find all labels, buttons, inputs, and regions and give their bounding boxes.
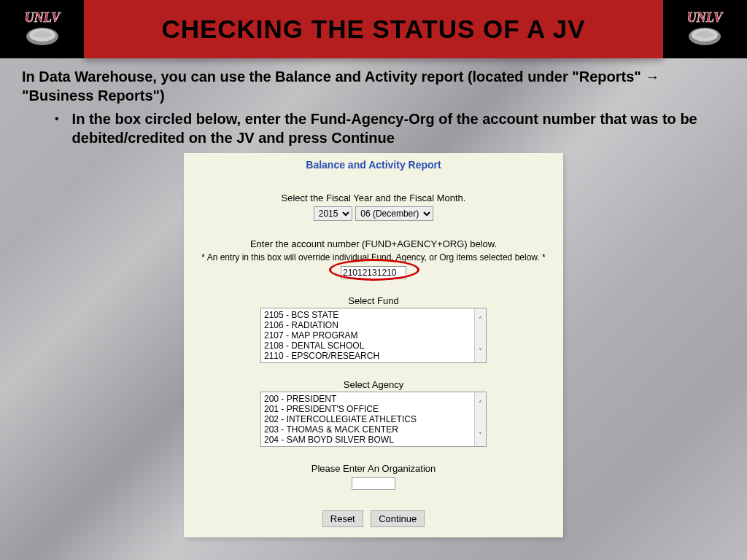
agency-listbox[interactable]: 200 - PRESIDENT 201 - PRESIDENT'S OFFICE… <box>260 392 487 447</box>
intro-text: In Data Warehouse, you can use the Balan… <box>0 58 747 105</box>
list-item[interactable]: 201 - PRESIDENT'S OFFICE <box>264 404 473 414</box>
chevron-down-icon[interactable]: ˅ <box>479 347 482 355</box>
list-item[interactable]: 2106 - RADIATION <box>264 320 473 330</box>
fiscal-year-select[interactable]: 2015 <box>314 206 352 221</box>
bullet-dot: • <box>55 109 59 128</box>
organization-label: Please Enter An Organization <box>191 463 556 474</box>
intro-post: "Business Reports") <box>22 88 165 104</box>
unlv-logo-left: UNLV <box>10 6 74 52</box>
select-fy-line: Select the Fiscal Year and the Fiscal Mo… <box>191 192 556 203</box>
fund-scrollbar[interactable]: ˄ ˅ <box>474 308 486 362</box>
account-override-hint: * An entry in this box will override ind… <box>191 252 556 262</box>
svg-text:UNLV: UNLV <box>687 10 724 25</box>
list-item[interactable]: 203 - THOMAS & MACK CENTER <box>264 424 473 435</box>
title-band: CHECKING THE STATUS OF A JV <box>84 0 663 58</box>
list-item[interactable]: 202 - INTERCOLLEGIATE ATHLETICS <box>264 414 473 424</box>
unlv-logo-right: UNLV <box>673 6 737 52</box>
continue-button[interactable]: Continue <box>371 510 425 527</box>
intro-pre: In Data Warehouse, you can use the Balan… <box>22 69 645 85</box>
fiscal-month-select[interactable]: 06 (December) <box>355 206 433 221</box>
bullet-block: • In the box circled below, enter the Fu… <box>0 105 747 147</box>
list-item[interactable]: 2107 - MAP PROGRAM <box>264 330 473 341</box>
list-item[interactable]: 2108 - DENTAL SCHOOL <box>264 341 473 351</box>
chevron-up-icon[interactable]: ˄ <box>479 316 482 324</box>
list-item[interactable]: 2105 - BCS STATE <box>264 310 473 320</box>
list-item[interactable]: 204 - SAM BOYD SILVER BOWL <box>264 435 473 445</box>
report-panel: Balance and Activity Report Select the F… <box>184 153 563 537</box>
slide-header: UNLV CHECKING THE STATUS OF A JV UNLV <box>0 0 747 58</box>
account-number-input[interactable] <box>341 266 406 279</box>
report-title: Balance and Activity Report <box>191 159 556 171</box>
slide-title: CHECKING THE STATUS OF A JV <box>161 15 585 44</box>
chevron-down-icon[interactable]: ˅ <box>479 431 482 439</box>
organization-input[interactable] <box>352 477 395 490</box>
bullet-text: In the box circled below, enter the Fund… <box>72 109 725 147</box>
chevron-up-icon[interactable]: ˄ <box>479 400 482 408</box>
agency-scrollbar[interactable]: ˄ ˅ <box>474 392 486 446</box>
reset-button[interactable]: Reset <box>322 510 363 527</box>
select-agency-label: Select Agency <box>191 379 556 390</box>
arrow-icon: → <box>645 69 659 85</box>
svg-text:UNLV: UNLV <box>25 10 61 25</box>
account-number-line: Enter the account number (FUND+AGENCY+OR… <box>191 238 556 249</box>
list-item[interactable]: 200 - PRESIDENT <box>264 394 473 404</box>
select-fund-label: Select Fund <box>191 295 556 306</box>
fund-listbox[interactable]: 2105 - BCS STATE 2106 - RADIATION 2107 -… <box>260 308 487 363</box>
list-item[interactable]: 2110 - EPSCOR/RESEARCH <box>264 351 473 361</box>
